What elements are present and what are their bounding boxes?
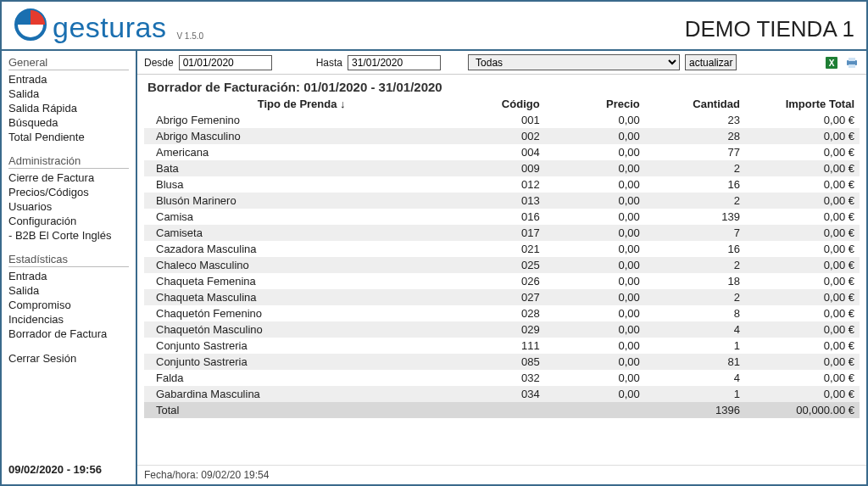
cell-name: Cazadora Masculina [144,241,459,257]
to-label: Hasta [316,57,342,69]
sidebar-item[interactable]: Entrada [8,72,129,87]
cell-code: 016 [459,209,544,225]
sidebar-item[interactable]: Salida [8,87,129,101]
col-name[interactable]: Tipo de Prenda ↓ [144,96,459,112]
cell-price: 0,00 [545,273,645,289]
table-row: Chaleco Masculino0250,0020,00 € [144,257,860,273]
cell-qty: 4 [645,321,745,338]
cell-qty: 2 [645,193,745,209]
cell-total: 0,00 € [745,128,860,144]
table-row: Conjunto Sastreria1110,0010,00 € [144,338,860,354]
cell-code: 025 [459,257,544,273]
cell-code: 004 [459,144,544,160]
cell-code: 027 [459,289,544,305]
cell-total: 0,00 € [745,338,860,354]
cell-total: 0,00 € [745,305,860,321]
cell-code: 028 [459,305,544,321]
svg-text:X: X [829,59,835,68]
cell-name: Camisa [144,209,459,225]
cell-price: 0,00 [545,144,645,160]
col-code[interactable]: Código [459,96,544,112]
sidebar-heading: Administración [8,154,129,169]
cell-total: 0,00 € [745,144,860,160]
cell-qty: 4 [645,370,745,386]
store-name: DEMO TIENDA 1 [685,16,854,42]
col-price[interactable]: Precio [545,96,645,112]
svg-rect-4 [849,58,855,61]
cell-name: Conjunto Sastreria [144,354,459,370]
cell-qty: 7 [645,225,745,241]
sidebar-item[interactable]: Salida Rápida [8,101,129,115]
filterbar: Desde Hasta Todas actualizar X [137,51,866,75]
cell-code: 013 [459,193,544,209]
version-label: V 1.5.0 [176,31,203,41]
sidebar-item[interactable]: - B2B El Corte Inglés [8,228,129,243]
print-icon[interactable] [844,55,860,70]
cell-qty: 2 [645,289,745,305]
cell-total: 0,00 € [745,370,860,386]
sidebar-item[interactable]: Búsqueda [8,115,129,130]
cell-price: 0,00 [545,209,645,225]
sidebar-item[interactable]: Borrador de Factura [8,327,129,341]
cell-code: 026 [459,273,544,289]
cell-price: 0,00 [545,225,645,241]
sidebar: GeneralEntradaSalidaSalida RápidaBúsqued… [2,51,137,484]
cell-price: 0,00 [545,338,645,354]
sidebar-item[interactable]: Entrada [8,269,129,283]
sidebar-item[interactable]: Usuarios [8,199,129,214]
to-date-input[interactable] [348,55,441,70]
cell-code: 034 [459,386,544,402]
table-row: Falda0320,0040,00 € [144,370,860,386]
sidebar-logout[interactable]: Cerrar Sesión [8,351,129,366]
update-button[interactable]: actualizar [685,54,737,70]
sidebar-item[interactable]: Salida [8,283,129,298]
cell-name: Chaquetón Femenino [144,305,459,321]
table-row: Abrigo Femenino0010,00230,00 € [144,112,860,128]
sidebar-item[interactable]: Cierre de Factura [8,170,129,185]
excel-export-icon[interactable]: X [824,55,839,70]
cell-qty: 81 [645,354,745,370]
cell-code: 111 [459,338,544,354]
sidebar-clock: 09/02/2020 - 19:56 [8,463,129,479]
cell-code: 021 [459,241,544,257]
table-row: Camisa0160,001390,00 € [144,209,860,225]
cell-code: 017 [459,225,544,241]
report-table: Tipo de Prenda ↓ Código Precio Cantidad … [144,96,860,418]
logo-icon [14,8,47,44]
cell-qty: 8 [645,305,745,321]
sidebar-item[interactable]: Incidencias [8,312,129,327]
cell-total: 0,00 € [745,321,860,338]
cell-total: 0,00 € [745,289,860,305]
cell-name: Abrigo Femenino [144,112,459,128]
table-row: Chaquetón Femenino0280,0080,00 € [144,305,860,321]
cell-price: 0,00 [545,241,645,257]
cell-price: 0,00 [545,386,645,402]
from-date-input[interactable] [179,55,272,70]
report-timestamp: Fecha/hora: 09/02/20 19:54 [137,465,866,484]
cell-qty: 16 [645,241,745,257]
col-qty[interactable]: Cantidad [645,96,745,112]
cell-name: Abrigo Masculino [144,128,459,144]
table-row: Americana0040,00770,00 € [144,144,860,160]
filter-select[interactable]: Todas [468,54,680,70]
cell-price: 0,00 [545,193,645,209]
cell-name: Gabardina Masculina [144,386,459,402]
cell-price: 0,00 [545,176,645,193]
cell-qty: 16 [645,176,745,193]
sidebar-item[interactable]: Configuración [8,214,129,228]
cell-price: 0,00 [545,321,645,338]
cell-qty: 77 [645,144,745,160]
cell-total: 0,00 € [745,160,860,176]
sidebar-item[interactable]: Compromiso [8,298,129,312]
cell-code: 085 [459,354,544,370]
sidebar-item[interactable]: Precios/Códigos [8,185,129,199]
table-row: Conjunto Sastreria0850,00810,00 € [144,354,860,370]
cell-qty: 1 [645,386,745,402]
cell-name: Falda [144,370,459,386]
col-total[interactable]: Importe Total [745,96,860,112]
sidebar-item[interactable]: Total Pendiente [8,130,129,144]
report-title: Borrador de Facturación: 01/01/2020 - 31… [147,80,860,94]
cell-price: 0,00 [545,160,645,176]
cell-name: Camiseta [144,225,459,241]
cell-total: 0,00 € [745,257,860,273]
